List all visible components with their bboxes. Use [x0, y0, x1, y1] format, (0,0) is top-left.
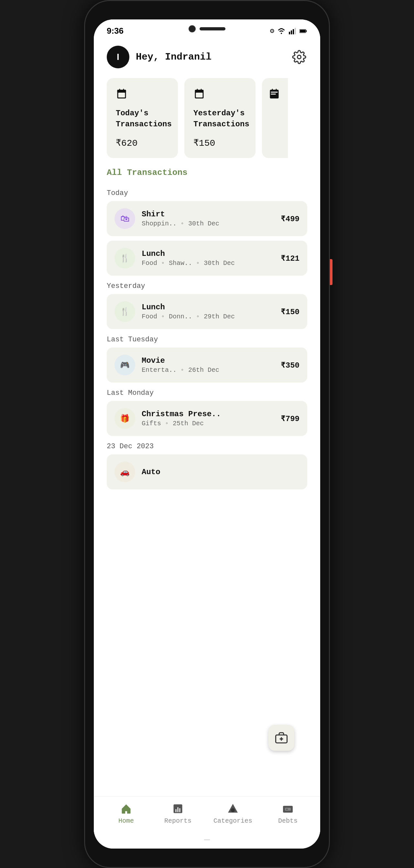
- lunch-today-amount: ₹121: [281, 254, 300, 263]
- shirt-amount: ₹499: [281, 214, 300, 223]
- signal-icon: [288, 27, 296, 35]
- partial-card-icon: [269, 88, 281, 103]
- all-transactions-header: All Transactions: [94, 164, 320, 183]
- yesterday-card-title: Yesterday'sTransactions: [194, 108, 246, 129]
- svg-rect-11: [123, 89, 124, 91]
- christmas-icon: 🎁: [114, 408, 135, 429]
- svg-rect-0: [289, 32, 290, 34]
- add-wallet-icon: [275, 731, 288, 745]
- svg-rect-20: [276, 89, 277, 91]
- volume-button: [330, 259, 333, 285]
- christmas-name: Christmas Prese..: [142, 410, 274, 418]
- lunch-yesterday-amount: ₹150: [281, 307, 300, 316]
- transactions-list: Today 🛍 Shirt Shoppin.. ◦ 30th Dec ₹499 …: [94, 183, 320, 796]
- svg-rect-25: [175, 809, 176, 812]
- transaction-shirt[interactable]: 🛍 Shirt Shoppin.. ◦ 30th Dec ₹499: [107, 201, 307, 236]
- date-label-23dec: 23 Dec 2023: [107, 442, 307, 451]
- lunch-yesterday-details: Lunch Food ◦ Donn.. ◦ 29th Dec: [142, 303, 274, 320]
- svg-rect-27: [179, 808, 180, 812]
- svg-rect-13: [196, 93, 203, 97]
- gear-icon: [292, 50, 306, 64]
- app-header: I Hey, Indranil: [94, 39, 320, 75]
- settings-button[interactable]: [291, 49, 307, 65]
- debts-nav-icon: [282, 803, 294, 814]
- date-label-yesterday: Yesterday: [107, 282, 307, 290]
- header-left: I Hey, Indranil: [107, 46, 211, 68]
- svg-point-29: [231, 808, 235, 812]
- transaction-christmas[interactable]: 🎁 Christmas Prese.. Gifts ◦ 25th Dec ₹79…: [107, 401, 307, 436]
- nav-home[interactable]: Home: [110, 803, 142, 825]
- svg-rect-18: [271, 94, 276, 95]
- auto-icon: 🚗: [114, 462, 135, 482]
- reports-nav-icon: [172, 803, 184, 814]
- speaker-bar: [200, 27, 226, 30]
- phone-frame: 9:36 ⚙: [84, 0, 330, 868]
- christmas-details: Christmas Prese.. Gifts ◦ 25th Dec: [142, 410, 274, 427]
- svg-rect-26: [177, 807, 178, 812]
- add-transaction-fab[interactable]: [269, 725, 294, 751]
- svg-rect-15: [201, 89, 202, 91]
- svg-rect-5: [306, 30, 307, 32]
- avatar: I: [107, 46, 129, 68]
- lunch-today-icon: 🍴: [114, 248, 135, 269]
- battery-icon: [300, 27, 307, 35]
- movie-details: Movie Enterta.. ◦ 26th Dec: [142, 356, 274, 374]
- lunch-yesterday-icon: 🍴: [114, 301, 135, 322]
- phone-screen: 9:36 ⚙: [94, 20, 320, 848]
- lunch-yesterday-name: Lunch: [142, 303, 274, 312]
- svg-rect-14: [197, 89, 198, 91]
- movie-name: Movie: [142, 356, 274, 365]
- status-bar: 9:36 ⚙: [94, 20, 320, 39]
- shirt-meta: Shoppin.. ◦ 30th Dec: [142, 220, 274, 227]
- christmas-amount: ₹799: [281, 414, 300, 423]
- home-indicator: —: [94, 834, 320, 848]
- yesterday-card-amount: ₹150: [194, 137, 246, 148]
- transaction-lunch-yesterday[interactable]: 🍴 Lunch Food ◦ Donn.. ◦ 29th Dec ₹150: [107, 294, 307, 329]
- lunch-yesterday-meta: Food ◦ Donn.. ◦ 29th Dec: [142, 313, 274, 320]
- svg-rect-8: [117, 90, 126, 93]
- auto-details: Auto: [142, 468, 300, 476]
- status-time: 9:36: [107, 26, 124, 36]
- today-card-amount: ₹620: [116, 137, 169, 148]
- svg-rect-1: [291, 30, 292, 34]
- movie-icon: 🎮: [114, 355, 135, 375]
- svg-rect-9: [118, 93, 125, 97]
- nav-reports[interactable]: Reports: [162, 803, 194, 825]
- nav-categories[interactable]: Categories: [213, 803, 252, 825]
- status-settings-icon: ⚙: [270, 27, 274, 35]
- date-label-last-monday: Last Monday: [107, 389, 307, 397]
- svg-rect-19: [272, 89, 273, 91]
- transaction-auto[interactable]: 🚗 Auto: [107, 455, 307, 489]
- status-icons: ⚙: [270, 27, 307, 35]
- svg-rect-32: [286, 809, 288, 810]
- date-label-last-tuesday: Last Tuesday: [107, 336, 307, 344]
- debts-nav-label: Debts: [278, 817, 298, 825]
- bottom-navigation: Home Reports Categor: [94, 796, 320, 834]
- nav-debts[interactable]: Debts: [272, 803, 304, 825]
- camera-dot: [188, 25, 196, 32]
- shirt-details: Shirt Shoppin.. ◦ 30th Dec: [142, 210, 274, 227]
- greeting-text: Hey, Indranil: [136, 52, 211, 63]
- shirt-name: Shirt: [142, 210, 274, 219]
- yesterday-card-icon: [194, 88, 246, 103]
- movie-amount: ₹350: [281, 361, 300, 370]
- reports-nav-label: Reports: [164, 817, 192, 825]
- date-label-today: Today: [107, 189, 307, 197]
- card-yesterday[interactable]: Yesterday'sTransactions ₹150: [184, 78, 255, 158]
- transaction-movie[interactable]: 🎮 Movie Enterta.. ◦ 26th Dec ₹350: [107, 347, 307, 382]
- lunch-today-meta: Food ◦ Shaw.. ◦ 30th Dec: [142, 259, 274, 267]
- svg-rect-10: [119, 89, 120, 91]
- svg-rect-6: [300, 30, 305, 32]
- svg-rect-3: [295, 28, 296, 34]
- transaction-lunch-today[interactable]: 🍴 Lunch Food ◦ Shaw.. ◦ 30th Dec ₹121: [107, 241, 307, 276]
- auto-name: Auto: [142, 468, 300, 476]
- svg-rect-2: [293, 29, 294, 34]
- today-card-title: Today'sTransactions: [116, 108, 169, 129]
- cards-row: Today'sTransactions ₹620 Yesterday'sTran…: [94, 75, 320, 164]
- movie-meta: Enterta.. ◦ 26th Dec: [142, 366, 274, 374]
- card-partial: [262, 78, 288, 158]
- lunch-today-name: Lunch: [142, 249, 274, 258]
- today-card-icon: [116, 88, 169, 103]
- categories-nav-icon: [227, 803, 239, 814]
- card-today[interactable]: Today'sTransactions ₹620: [107, 78, 178, 158]
